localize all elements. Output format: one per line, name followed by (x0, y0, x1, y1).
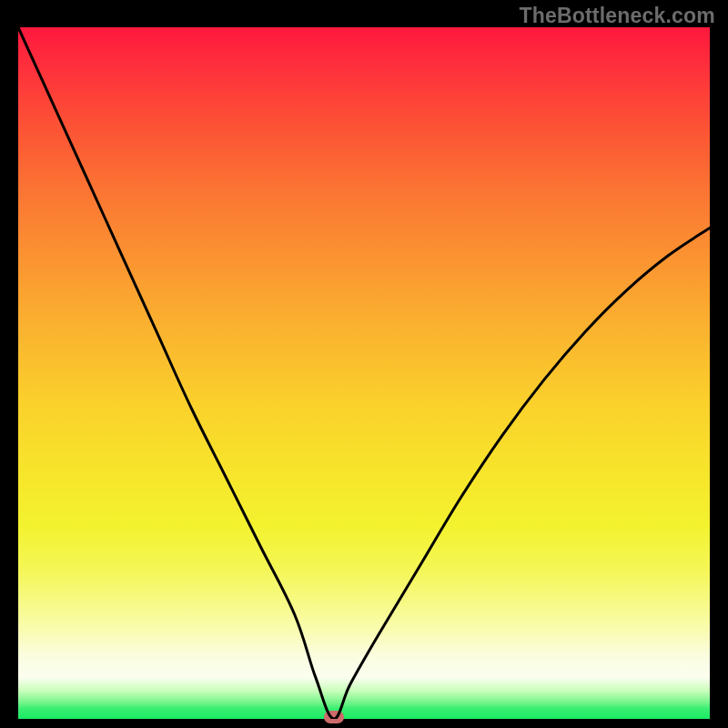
bottleneck-curve (18, 27, 710, 719)
figure-root: TheBottleneck.com (0, 0, 728, 728)
plot-area (18, 27, 710, 719)
curve-svg (18, 27, 710, 719)
watermark-text: TheBottleneck.com (519, 4, 715, 28)
